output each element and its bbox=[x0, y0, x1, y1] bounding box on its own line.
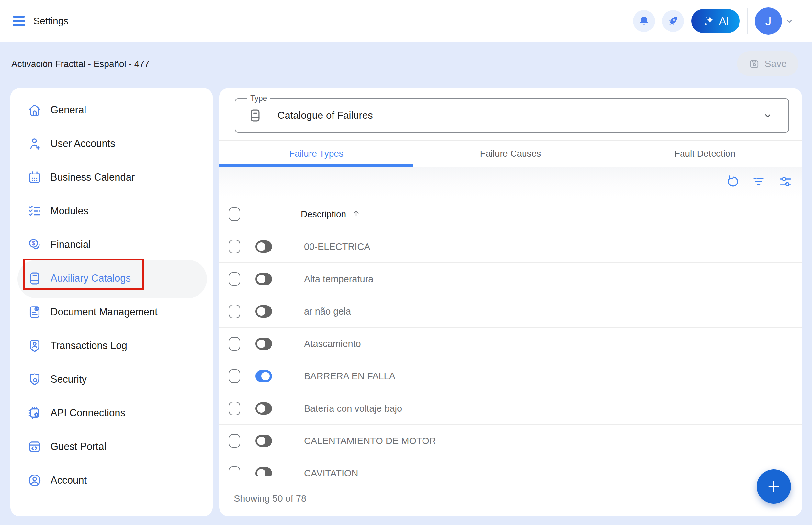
sidebar-item-label: Financial bbox=[50, 239, 91, 251]
sidebar-item-icon bbox=[27, 304, 42, 319]
column-header-description[interactable]: Description bbox=[301, 198, 361, 230]
showing-count: Showing 50 of 78 bbox=[234, 481, 306, 516]
table-header: Description bbox=[219, 198, 802, 230]
notifications-button[interactable] bbox=[633, 10, 655, 32]
sidebar-item-label: General bbox=[50, 104, 86, 116]
filter-icon[interactable] bbox=[751, 174, 766, 189]
page-title: Settings bbox=[33, 0, 68, 42]
tab[interactable]: Failure Causes bbox=[413, 141, 608, 167]
bell-icon bbox=[638, 15, 650, 27]
row-toggle[interactable] bbox=[255, 435, 272, 447]
type-select-label: Type bbox=[247, 94, 270, 103]
sidebar-item-icon bbox=[27, 473, 42, 488]
floppy-disk-icon bbox=[749, 58, 760, 70]
sidebar-item-label: Modules bbox=[50, 205, 88, 217]
row-toggle[interactable] bbox=[255, 467, 272, 477]
table-row[interactable]: ar não gela bbox=[219, 295, 802, 328]
sidebar-item[interactable]: General bbox=[10, 93, 213, 127]
catalog-icon bbox=[248, 108, 263, 123]
row-checkbox[interactable] bbox=[228, 402, 240, 415]
refresh-icon[interactable] bbox=[726, 174, 740, 189]
svg-text:$: $ bbox=[32, 240, 35, 246]
row-checkbox[interactable] bbox=[228, 369, 240, 383]
sidebar-item-label: API Connections bbox=[50, 407, 125, 419]
user-menu[interactable]: J bbox=[755, 7, 794, 35]
chevron-down-icon bbox=[763, 110, 773, 121]
row-description: 00-ELECTRICA bbox=[304, 230, 370, 263]
table-row[interactable]: Atascamiento bbox=[219, 328, 802, 360]
row-toggle[interactable] bbox=[255, 370, 272, 382]
plus-icon bbox=[765, 478, 782, 495]
sidebar-item-icon bbox=[27, 372, 42, 387]
sidebar-item[interactable]: Account bbox=[10, 464, 213, 497]
sidebar-item-label: Business Calendar bbox=[50, 171, 135, 183]
tab-bar: Failure TypesFailure CausesFault Detecti… bbox=[219, 141, 802, 167]
sidebar-item-label: Document Management bbox=[50, 306, 158, 318]
save-button-label: Save bbox=[765, 58, 787, 69]
sidebar-item-icon bbox=[27, 406, 42, 420]
row-checkbox[interactable] bbox=[228, 434, 240, 448]
sidebar-item-icon: $ bbox=[27, 237, 42, 252]
sidebar-item-icon bbox=[27, 170, 42, 185]
row-toggle[interactable] bbox=[255, 402, 272, 415]
sidebar-item[interactable]: User Accounts bbox=[10, 127, 213, 161]
row-toggle[interactable] bbox=[255, 240, 272, 253]
avatar[interactable]: J bbox=[755, 7, 782, 35]
row-description: Alta temperatura bbox=[304, 263, 373, 295]
ai-assistant-button[interactable]: AI bbox=[691, 9, 740, 33]
whats-new-button[interactable] bbox=[662, 10, 684, 32]
select-all-checkbox[interactable] bbox=[228, 208, 240, 221]
row-toggle[interactable] bbox=[255, 273, 272, 285]
sliders-icon[interactable] bbox=[778, 174, 793, 189]
save-button[interactable]: Save bbox=[737, 51, 798, 76]
sidebar-item-icon bbox=[27, 204, 42, 219]
sidebar-item[interactable]: Business Calendar bbox=[10, 161, 213, 194]
rocket-icon bbox=[667, 15, 680, 28]
toggle-knob bbox=[261, 372, 270, 380]
type-select[interactable]: Type Catalogue of Failures bbox=[235, 99, 789, 133]
row-toggle[interactable] bbox=[255, 338, 272, 350]
table-row[interactable]: BARRERA EN FALLA bbox=[219, 360, 802, 392]
tab[interactable]: Failure Types bbox=[219, 141, 413, 167]
table-row[interactable]: CAVITATION bbox=[219, 457, 802, 477]
toggle-knob bbox=[257, 340, 265, 348]
tab[interactable]: Fault Detection bbox=[608, 141, 802, 167]
sort-ascending-icon[interactable] bbox=[351, 208, 361, 218]
sidebar-item[interactable]: API Connections bbox=[10, 396, 213, 430]
sidebar-item[interactable]: Transactions Log bbox=[10, 329, 213, 362]
sidebar-item[interactable]: Guest Portal bbox=[10, 430, 213, 464]
annotation-rectangle bbox=[23, 259, 144, 290]
sidebar-item-icon bbox=[27, 439, 42, 454]
hamburger-menu-icon[interactable] bbox=[13, 16, 25, 26]
sidebar-item[interactable]: Modules bbox=[10, 194, 213, 228]
row-description: Atascamiento bbox=[304, 328, 361, 360]
row-toggle[interactable] bbox=[255, 305, 272, 317]
row-checkbox[interactable] bbox=[228, 240, 240, 253]
row-checkbox[interactable] bbox=[228, 466, 240, 477]
sidebar-item[interactable]: Auxiliary Catalogs bbox=[10, 261, 213, 295]
toggle-knob bbox=[257, 469, 265, 477]
sidebar-item[interactable]: $ Financial bbox=[10, 228, 213, 261]
row-checkbox[interactable] bbox=[228, 272, 240, 286]
row-checkbox[interactable] bbox=[228, 304, 240, 318]
row-description: CAVITATION bbox=[304, 457, 358, 477]
sidebar-item[interactable]: Document Management bbox=[10, 295, 213, 329]
table-row[interactable]: Alta temperatura bbox=[219, 263, 802, 295]
sidebar-item-icon bbox=[27, 338, 42, 353]
topbar-divider bbox=[747, 9, 748, 34]
toggle-knob bbox=[257, 242, 265, 251]
toggle-knob bbox=[257, 437, 265, 445]
sidebar-item-label: Security bbox=[50, 374, 87, 385]
table-row[interactable]: 00-ELECTRICA bbox=[219, 230, 802, 263]
table-row[interactable]: CALENTAMIENTO DE MOTOR bbox=[219, 425, 802, 457]
sidebar-item[interactable]: Security bbox=[10, 362, 213, 396]
settings-sidebar: General User Accounts Business Calendar … bbox=[10, 88, 213, 516]
top-bar: Settings AI J bbox=[0, 0, 812, 42]
chevron-down-icon bbox=[784, 16, 794, 26]
sidebar-item-label: Guest Portal bbox=[50, 441, 106, 452]
row-description: CALENTAMIENTO DE MOTOR bbox=[304, 425, 436, 457]
row-description: Batería con voltaje bajo bbox=[304, 392, 402, 425]
add-button[interactable] bbox=[757, 469, 791, 504]
table-row[interactable]: Batería con voltaje bajo bbox=[219, 392, 802, 425]
row-checkbox[interactable] bbox=[228, 337, 240, 350]
